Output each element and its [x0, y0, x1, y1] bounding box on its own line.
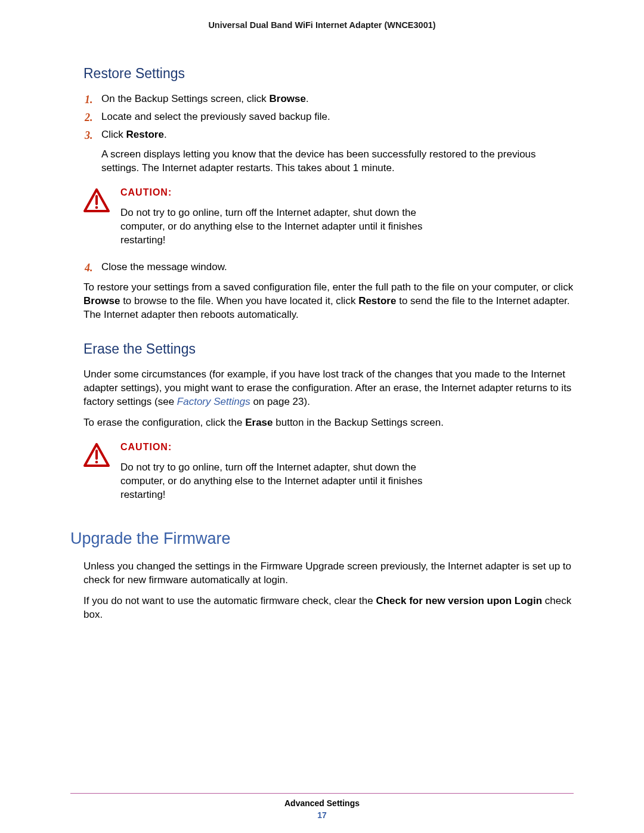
- caution-label: CAUTION:: [120, 187, 454, 198]
- step-text: .: [164, 129, 167, 140]
- paragraph: Unless you changed the settings in the F…: [83, 560, 574, 587]
- caution-text: Do not try to go online, turn off the In…: [120, 206, 454, 247]
- bold-text: Browse: [270, 93, 306, 104]
- step-body-text: A screen displays letting you know that …: [101, 148, 574, 175]
- list-item: Close the message window.: [83, 261, 574, 274]
- paragraph: To restore your settings from a saved co…: [83, 281, 574, 322]
- bold-text: Erase: [245, 417, 273, 428]
- caution-label: CAUTION:: [120, 442, 454, 453]
- restore-steps-list-cont: Close the message window.: [83, 261, 574, 274]
- paragraph: If you do not want to use the automatic …: [83, 594, 574, 622]
- bold-text: Restore: [358, 295, 396, 306]
- heading-erase-settings: Erase the Settings: [83, 341, 574, 357]
- footer-divider: [70, 793, 574, 794]
- step-text: Locate and select the previously saved b…: [101, 111, 330, 122]
- body-text: To restore your settings from a saved co…: [83, 281, 573, 293]
- page-footer: Advanced Settings 17: [70, 793, 574, 820]
- paragraph: To erase the configuration, click the Er…: [83, 416, 574, 430]
- list-item: On the Backup Settings screen, click Bro…: [83, 92, 574, 106]
- restore-steps-list: On the Backup Settings screen, click Bro…: [83, 92, 574, 175]
- body-text: Under some circumstances (for example, i…: [83, 368, 571, 407]
- caution-text: Do not try to go online, turn off the In…: [120, 461, 454, 502]
- svg-point-5: [95, 461, 98, 464]
- caution-icon: [83, 188, 110, 215]
- caution-icon: [83, 443, 110, 470]
- cross-reference-link[interactable]: Factory Settings: [177, 396, 250, 407]
- footer-page-number: 17: [70, 810, 574, 820]
- bold-text: Restore: [126, 129, 164, 140]
- step-text: .: [306, 93, 309, 104]
- body-text: button in the Backup Settings screen.: [273, 417, 444, 428]
- document-header: Universal Dual Band WiFi Internet Adapte…: [70, 20, 574, 30]
- footer-section-name: Advanced Settings: [70, 798, 574, 808]
- step-text: Close the message window.: [101, 261, 227, 272]
- body-text: To erase the configuration, click the: [83, 417, 245, 428]
- body-text: If you do not want to use the automatic …: [83, 595, 376, 606]
- body-text: to browse to the file. When you have loc…: [120, 295, 358, 306]
- caution-block: CAUTION: Do not try to go online, turn o…: [83, 442, 574, 502]
- heading-upgrade-firmware: Upgrade the Firmware: [70, 529, 574, 548]
- body-text: on page 23).: [250, 396, 310, 407]
- list-item: Click Restore. A screen displays letting…: [83, 128, 574, 175]
- svg-point-2: [95, 206, 98, 209]
- bold-text: Check for new version upon Login: [376, 595, 542, 606]
- caution-block: CAUTION: Do not try to go online, turn o…: [83, 187, 574, 247]
- step-text: On the Backup Settings screen, click: [101, 93, 270, 104]
- bold-text: Browse: [83, 295, 120, 306]
- paragraph: Under some circumstances (for example, i…: [83, 368, 574, 409]
- step-text: Click: [101, 129, 126, 140]
- heading-restore-settings: Restore Settings: [83, 66, 574, 82]
- list-item: Locate and select the previously saved b…: [83, 110, 574, 124]
